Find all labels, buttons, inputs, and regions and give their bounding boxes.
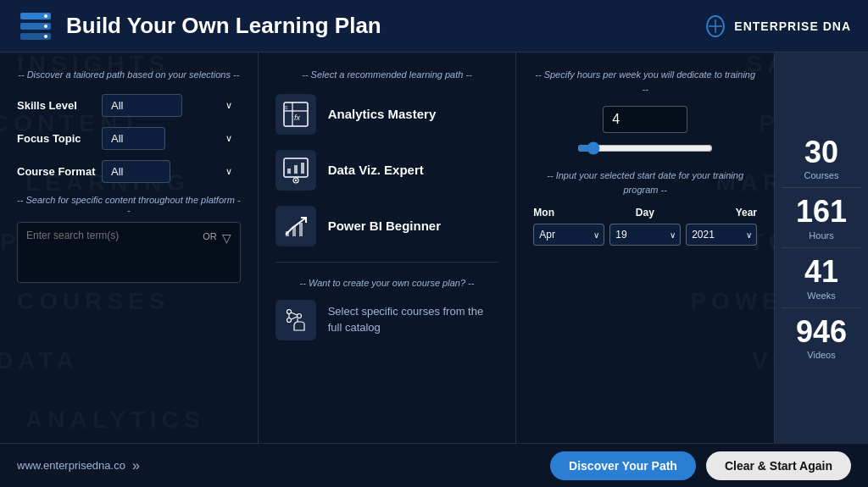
path-divider — [275, 262, 499, 263]
skills-level-select-wrapper: All Beginner Intermediate Advanced — [102, 94, 241, 117]
search-box: OR ▽ — [17, 222, 241, 283]
page-title: Build Your Own Learning Plan — [66, 13, 381, 39]
svg-text:fx: fx — [294, 113, 301, 122]
learning-paths-column: -- Select a recommended learning path --… — [259, 53, 517, 443]
search-or-label: OR — [203, 231, 217, 241]
courses-label: Courses — [782, 170, 861, 180]
skills-level-row: Skills Level All Beginner Intermediate A… — [17, 94, 241, 117]
videos-stat: 946 Videos — [782, 308, 861, 368]
videos-count: 946 — [782, 315, 861, 349]
svg-point-21 — [287, 318, 291, 322]
date-hint: -- Input your selected start date for yo… — [533, 169, 757, 196]
year-select[interactable]: 20202021 202220232024 — [686, 224, 757, 246]
search-hint: -- Search for specific content throughou… — [17, 195, 241, 215]
date-labels: Mon Day Year — [533, 207, 757, 219]
footer-arrow-icon: » — [132, 458, 140, 473]
clear-start-again-button[interactable]: Clear & Start Again — [706, 451, 851, 480]
filters-hint: -- Discover a tailored path based on you… — [17, 68, 241, 82]
analytics-mastery-item[interactable]: fx ≡ Analytics Mastery — [275, 94, 499, 135]
day-label: Day — [636, 207, 654, 219]
stats-panel: 30 Courses 161 Hours 41 Weeks 946 Videos — [775, 53, 868, 443]
main-content: -- Discover a tailored path based on you… — [0, 53, 868, 443]
app-logo-icon — [17, 8, 54, 45]
month-select-wrapper: JanFebMar AprMayJun JulAugSep OctNovDec — [533, 224, 604, 246]
hours-section: -- Specify hours per week you will dedic… — [533, 68, 757, 155]
hours-input-row — [533, 106, 757, 133]
footer-left: www.enterprisedna.co » — [17, 458, 140, 473]
svg-line-24 — [291, 317, 297, 319]
enterprise-dna-logo-icon — [704, 14, 727, 38]
svg-rect-19 — [299, 223, 303, 236]
course-format-select-wrapper: All Video Live Workshop — [102, 160, 241, 183]
skills-level-select[interactable]: All Beginner Intermediate Advanced — [102, 94, 182, 117]
svg-rect-14 — [301, 163, 304, 174]
schedule-column: -- Specify hours per week you will dedic… — [516, 53, 775, 443]
hours-input[interactable] — [603, 106, 687, 133]
learning-path-hint: -- Select a recommended learning path -- — [275, 68, 499, 82]
discover-path-button[interactable]: Discover Your Path — [550, 451, 696, 480]
hours-label: Hours — [782, 230, 861, 241]
power-bi-beginner-label: Power BI Beginner — [328, 219, 441, 233]
brand-name: ENTERPRISE DNA — [734, 19, 851, 33]
year-label: Year — [736, 207, 757, 219]
power-bi-beginner-icon — [275, 206, 316, 246]
date-selects: JanFebMar AprMayJun JulAugSep OctNovDec … — [533, 224, 757, 246]
courses-stat: 30 Courses — [782, 129, 861, 189]
videos-label: Videos — [782, 350, 861, 360]
custom-plan-text: Select specific courses from the full ca… — [328, 304, 499, 335]
svg-rect-17 — [286, 231, 289, 236]
course-format-select[interactable]: All Video Live Workshop — [102, 160, 170, 183]
month-label: Mon — [533, 207, 554, 219]
custom-plan-item[interactable]: Select specific courses from the full ca… — [275, 300, 499, 340]
hours-hint: -- Specify hours per week you will dedic… — [533, 68, 757, 96]
weeks-label: Weeks — [782, 291, 861, 301]
svg-line-25 — [291, 313, 297, 315]
focus-topic-label: Focus Topic — [17, 132, 102, 145]
filters-column: -- Discover a tailored path based on you… — [0, 53, 259, 443]
custom-plan-hint: -- Want to create your own course plan? … — [275, 278, 499, 288]
svg-point-22 — [297, 313, 301, 318]
data-viz-expert-item[interactable]: Data Viz. Expert — [275, 150, 499, 191]
day-select[interactable]: 1234 5678 9101112 13141516 17181920 2122… — [609, 224, 681, 246]
svg-point-5 — [44, 35, 47, 38]
month-select[interactable]: JanFebMar AprMayJun JulAugSep OctNovDec — [533, 224, 604, 246]
analytics-mastery-label: Analytics Mastery — [328, 107, 437, 121]
svg-text:≡: ≡ — [285, 105, 288, 110]
hours-count: 161 — [782, 195, 861, 229]
svg-rect-12 — [287, 169, 291, 174]
slider-wrapper — [533, 141, 757, 155]
weeks-count: 41 — [782, 255, 861, 289]
focus-topic-select-wrapper: All Power BI DAX Python SQL — [102, 127, 241, 150]
filter-icon[interactable]: ▽ — [222, 231, 231, 245]
svg-point-20 — [287, 309, 291, 313]
hours-slider[interactable] — [577, 141, 713, 155]
analytics-mastery-icon: fx ≡ — [275, 94, 316, 135]
year-select-wrapper: 20202021 202220232024 — [686, 224, 757, 246]
svg-point-16 — [294, 179, 296, 180]
footer: www.enterprisedna.co » Discover Your Pat… — [0, 443, 868, 487]
day-select-wrapper: 1234 5678 9101112 13141516 17181920 2122… — [609, 224, 681, 246]
footer-url: www.enterprisedna.co — [17, 459, 125, 472]
custom-plan-icon — [275, 300, 316, 340]
weeks-stat: 41 Weeks — [782, 248, 861, 308]
data-viz-expert-label: Data Viz. Expert — [328, 163, 424, 177]
course-format-row: Course Format All Video Live Workshop — [17, 160, 241, 183]
header-right: ENTERPRISE DNA — [704, 14, 851, 38]
svg-rect-13 — [294, 165, 298, 174]
data-viz-icon — [275, 150, 316, 191]
header: Build Your Own Learning Plan ENTERPRISE … — [0, 0, 868, 53]
focus-topic-row: Focus Topic All Power BI DAX Python SQL — [17, 127, 241, 150]
courses-count: 30 — [782, 136, 861, 169]
footer-buttons: Discover Your Path Clear & Start Again — [550, 451, 851, 480]
hours-stat: 161 Hours — [782, 188, 861, 248]
svg-point-3 — [44, 14, 47, 18]
svg-point-4 — [44, 25, 47, 28]
header-left: Build Your Own Learning Plan — [17, 8, 381, 45]
search-input[interactable] — [26, 230, 203, 241]
power-bi-beginner-item[interactable]: Power BI Beginner — [275, 206, 499, 246]
svg-rect-18 — [292, 226, 296, 236]
skills-level-label: Skills Level — [17, 99, 102, 112]
course-format-label: Course Format — [17, 165, 102, 178]
focus-topic-select[interactable]: All Power BI DAX Python SQL — [102, 127, 165, 150]
